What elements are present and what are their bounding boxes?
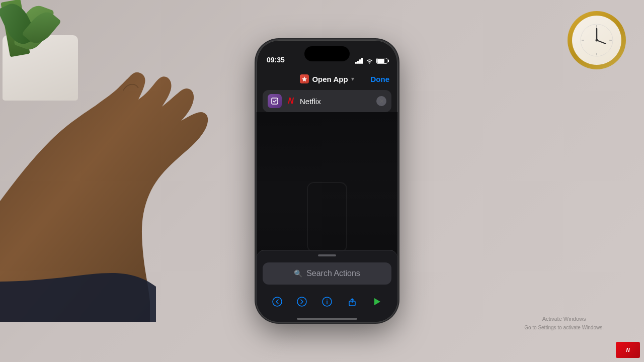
- svg-point-10: [297, 297, 306, 306]
- svg-line-2: [597, 40, 606, 44]
- toolbar-share-button[interactable]: [343, 293, 361, 311]
- iphone-device: 09:35: [257, 40, 397, 322]
- svg-point-3: [596, 39, 598, 42]
- search-icon: 🔍: [294, 269, 302, 278]
- toolbar-info-button[interactable]: [318, 293, 336, 311]
- action-app-name: Netflix: [300, 97, 372, 106]
- home-indicator: [297, 318, 357, 320]
- clock-decoration: [564, 10, 629, 75]
- toolbar-play-button[interactable]: [368, 293, 386, 311]
- action-row: N Netflix ✕: [263, 90, 391, 112]
- signal-icon: [355, 58, 363, 64]
- drag-handle: [318, 254, 336, 256]
- search-actions-bar[interactable]: 🔍 Search Actions: [263, 262, 391, 285]
- status-icons: [355, 58, 387, 64]
- chevron-down-icon: ▾: [351, 75, 354, 82]
- action-type-icon: [268, 94, 282, 108]
- netflix-thumbnail: N: [616, 342, 640, 358]
- battery-icon: [376, 58, 387, 64]
- svg-point-9: [273, 297, 282, 306]
- done-button[interactable]: Done: [371, 68, 390, 90]
- plant-decoration: [0, 0, 111, 101]
- dynamic-island: [304, 46, 350, 61]
- toolbar-forward-button[interactable]: [293, 293, 311, 311]
- bottom-panel: 🔍 Search Actions: [257, 250, 397, 322]
- shortcuts-title: Open App ▾: [300, 74, 354, 83]
- activate-windows-watermark: Activate Windows Go to Settings to activ…: [524, 315, 604, 332]
- svg-marker-15: [374, 298, 380, 305]
- search-actions-label: Search Actions: [306, 269, 360, 278]
- header-title: Open App: [312, 75, 348, 83]
- toolbar-back-button[interactable]: [268, 293, 286, 311]
- wifi-icon: [366, 58, 373, 64]
- bg-phone-outline: [307, 182, 347, 252]
- toolbar-row: [257, 291, 397, 315]
- shortcuts-app-icon: [300, 74, 309, 83]
- netflix-logo: N: [286, 96, 296, 106]
- svg-point-12: [327, 300, 328, 301]
- iphone-body: 09:35: [257, 40, 397, 322]
- action-close-button[interactable]: ✕: [376, 96, 386, 106]
